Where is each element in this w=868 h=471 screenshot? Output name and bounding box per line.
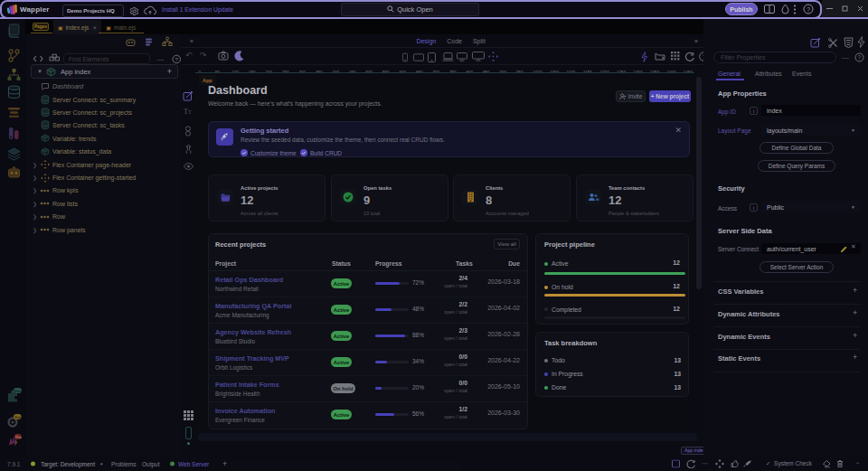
- svg-text:Exp: Exp: [14, 415, 22, 419]
- svg-text:Beta: Beta: [14, 389, 22, 393]
- svg-text:?: ?: [175, 55, 178, 61]
- svg-text:Pro: Pro: [15, 435, 22, 439]
- svg-text:?: ?: [807, 5, 810, 14]
- svg-text:?: ?: [858, 54, 862, 61]
